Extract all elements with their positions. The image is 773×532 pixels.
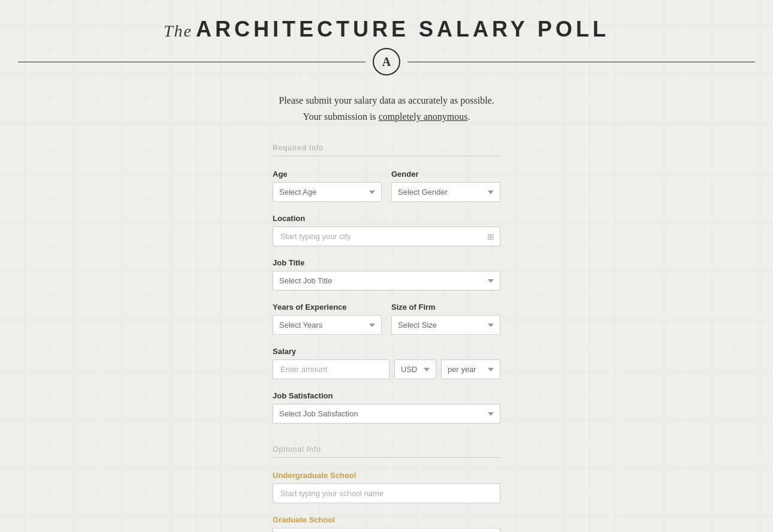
location-label: Location — [273, 214, 500, 223]
location-input[interactable] — [273, 226, 500, 246]
divider-line-left — [18, 62, 366, 62]
salary-amount-input[interactable] — [273, 359, 389, 379]
firm-size-label: Size of Firm — [391, 303, 500, 312]
subtitle-line2: Your submission is completely anonymous. — [0, 108, 773, 125]
years-exp-label: Years of Experience — [273, 303, 382, 312]
job-satisfaction-field-group: Job Satisfaction Select Job Satisfaction… — [273, 391, 500, 424]
job-title-select[interactable]: Select Job Title Intern Junior Architect… — [273, 271, 500, 291]
currency-select[interactable]: USD EUR GBP CAD AUD — [394, 359, 436, 379]
job-title-field-group: Job Title Select Job Title Intern Junior… — [273, 258, 500, 291]
gender-label: Gender — [391, 170, 500, 179]
optional-section-label: Optional Info — [273, 445, 500, 458]
page-header: TheARCHITECTURE SALARY POLL A — [0, 0, 773, 75]
age-select[interactable]: Select Age Under 20 20-25 26-30 31-35 36… — [273, 182, 382, 202]
job-satisfaction-select[interactable]: Select Job Satisfaction Very Satisfied S… — [273, 404, 500, 424]
grad-field-group: Graduate School — [273, 515, 500, 532]
required-section-label: Required Info — [273, 144, 500, 156]
page-title: TheARCHITECTURE SALARY POLL — [0, 17, 773, 42]
salary-field-group: Salary USD EUR GBP CAD AUD per year per … — [273, 347, 500, 379]
age-label: Age — [273, 170, 382, 179]
firm-size-field-group: Size of Firm Select Size 1-5 6-10 11-25 … — [391, 303, 500, 335]
period-select[interactable]: per year per month per hour — [441, 359, 500, 379]
job-title-label: Job Title — [273, 258, 500, 267]
gender-field-group: Gender Select Gender Male Female Non-bin… — [391, 170, 500, 202]
age-gender-row: Age Select Age Under 20 20-25 26-30 31-3… — [273, 170, 500, 202]
age-field-group: Age Select Age Under 20 20-25 26-30 31-3… — [273, 170, 382, 202]
grad-label: Graduate School — [273, 515, 500, 524]
gender-select[interactable]: Select Gender Male Female Non-binary Pre… — [391, 182, 500, 202]
undergrad-label: Undergraduate School — [273, 471, 500, 480]
divider-line-right — [407, 62, 755, 62]
subtitle-line1: Please submit your salary data as accura… — [0, 92, 773, 108]
subtitle: Please submit your salary data as accura… — [0, 92, 773, 125]
location-field-group: Location ⊞ — [273, 214, 500, 246]
grad-input[interactable] — [273, 528, 500, 532]
years-exp-select[interactable]: Select Years Less than 1 1-2 3-5 6-10 11… — [273, 315, 382, 335]
location-wrapper: ⊞ — [273, 226, 500, 246]
salary-row: USD EUR GBP CAD AUD per year per month p… — [273, 359, 500, 379]
form-container: Required Info Age Select Age Under 20 20… — [273, 144, 500, 532]
header-divider: A — [0, 48, 773, 75]
undergrad-field-group: Undergraduate School — [273, 471, 500, 503]
title-the: The — [164, 22, 192, 40]
firm-size-select[interactable]: Select Size 1-5 6-10 11-25 26-50 51-100 … — [391, 315, 500, 335]
page-container: TheARCHITECTURE SALARY POLL A Please sub… — [0, 0, 773, 532]
undergrad-input[interactable] — [273, 483, 500, 503]
experience-firm-row: Years of Experience Select Years Less th… — [273, 303, 500, 335]
job-satisfaction-label: Job Satisfaction — [273, 391, 500, 400]
salary-label: Salary — [273, 347, 500, 356]
years-exp-field-group: Years of Experience Select Years Less th… — [273, 303, 382, 335]
logo-circle: A — [373, 48, 400, 75]
